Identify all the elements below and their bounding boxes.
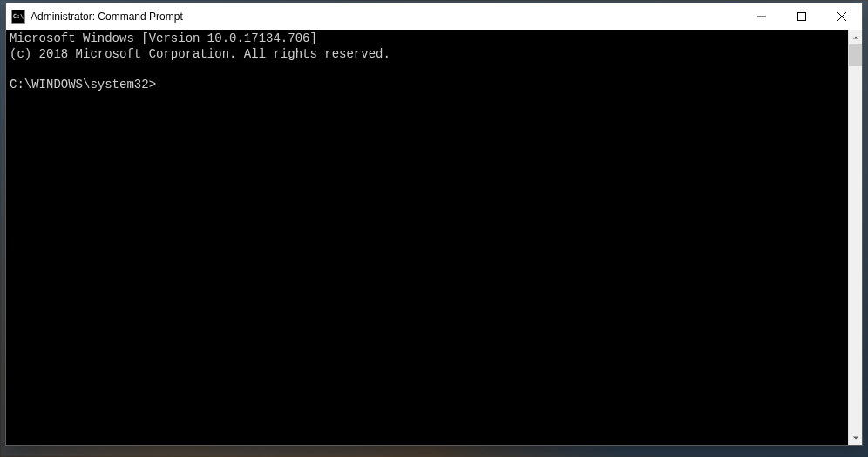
scroll-up-button[interactable] <box>849 30 862 44</box>
chevron-up-icon <box>852 34 859 41</box>
titlebar[interactable]: C:\ Administrator: Command Prompt <box>6 3 862 30</box>
minimize-button[interactable] <box>742 3 782 30</box>
chevron-down-icon <box>852 434 859 441</box>
scrollbar-track[interactable] <box>849 44 862 430</box>
scrollbar-thumb[interactable] <box>849 44 862 66</box>
maximize-button[interactable] <box>782 3 822 30</box>
terminal-output[interactable]: Microsoft Windows [Version 10.0.17134.70… <box>6 30 848 445</box>
scroll-down-button[interactable] <box>849 430 862 445</box>
close-button[interactable] <box>822 3 862 30</box>
prompt: C:\WINDOWS\system32> <box>10 78 156 92</box>
svg-rect-1 <box>798 13 806 21</box>
close-icon <box>837 12 846 21</box>
copyright-line: (c) 2018 Microsoft Corporation. All righ… <box>10 47 390 61</box>
version-line: Microsoft Windows [Version 10.0.17134.70… <box>10 31 317 45</box>
vertical-scrollbar[interactable] <box>848 30 862 445</box>
window-controls <box>742 3 862 30</box>
terminal-area: Microsoft Windows [Version 10.0.17134.70… <box>6 30 862 445</box>
cmd-icon: C:\ <box>11 10 25 24</box>
command-prompt-window: C:\ Administrator: Command Prompt Micros… <box>5 3 863 446</box>
titlebar-left: C:\ Administrator: Command Prompt <box>6 10 183 24</box>
window-title: Administrator: Command Prompt <box>31 10 183 23</box>
maximize-icon <box>797 12 806 21</box>
minimize-icon <box>757 12 766 21</box>
